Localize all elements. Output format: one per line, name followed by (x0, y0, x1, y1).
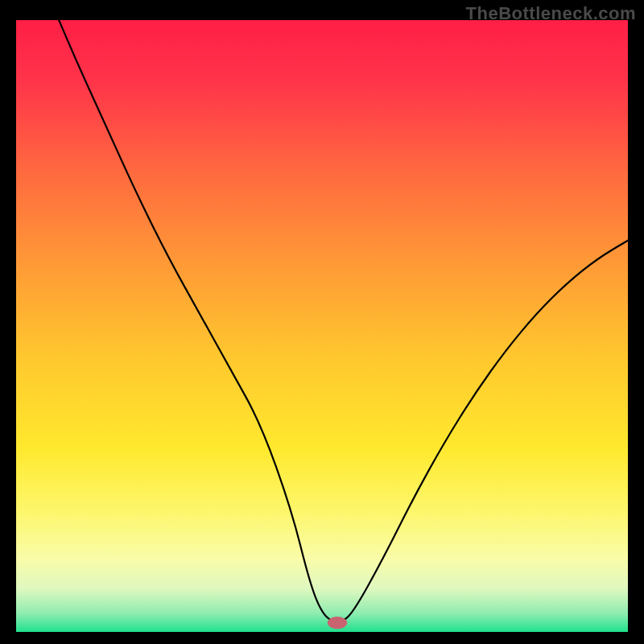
watermark-text: TheBottleneck.com (466, 3, 636, 24)
chart-container: TheBottleneck.com (0, 0, 644, 644)
plot-area (16, 20, 628, 632)
bottleneck-chart (16, 20, 628, 632)
target-point (328, 617, 347, 629)
gradient-background (16, 20, 628, 632)
